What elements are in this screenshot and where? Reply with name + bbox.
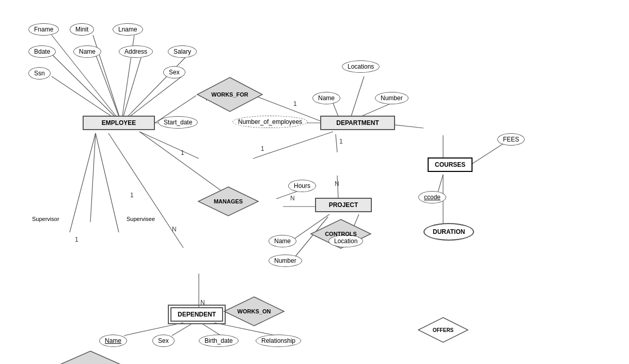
label-supervisee: Supervisee xyxy=(127,216,155,222)
er-diagram: N 1 1 1 M N 1 N 1 N 1 N Fname Minit Lnam… xyxy=(0,0,629,364)
attr-num-employees: Number_of_employees xyxy=(232,116,308,128)
svg-line-19 xyxy=(337,176,338,199)
label-1-dependents: 1 xyxy=(130,192,134,199)
rel-works-on: WORKS_ON xyxy=(223,296,285,327)
attr-ssn: Ssn xyxy=(28,67,51,80)
svg-line-6 xyxy=(121,54,188,123)
attr-duration: DURATION xyxy=(423,223,474,241)
label-n-supervision: N xyxy=(172,226,177,233)
label-n-works-on: N xyxy=(290,195,295,202)
svg-line-16 xyxy=(139,132,199,159)
svg-line-27 xyxy=(70,133,96,232)
svg-line-3 xyxy=(52,54,121,123)
svg-line-26 xyxy=(90,133,96,222)
entity-courses: COURSES xyxy=(428,157,473,172)
rel-offers: OFFERS xyxy=(417,316,469,343)
label-1-manages-emp: 1 xyxy=(181,149,184,156)
svg-line-12 xyxy=(333,103,338,116)
svg-line-33 xyxy=(203,324,221,336)
attr-lname: Lname xyxy=(113,23,143,36)
svg-line-4 xyxy=(96,54,121,123)
entity-department: DEPARTMENT xyxy=(320,116,395,130)
label-1-supervision: 1 xyxy=(75,236,78,243)
attr-name-proj: Name xyxy=(269,235,296,247)
svg-line-28 xyxy=(96,133,119,232)
svg-line-31 xyxy=(124,323,183,336)
attr-name-emp: Name xyxy=(73,45,101,58)
attr-fname: Fname xyxy=(28,23,59,36)
attr-fees: FEES xyxy=(497,133,525,146)
svg-line-37 xyxy=(470,144,504,165)
label-1-works-for: 1 xyxy=(293,100,297,107)
entity-project: PROJECT xyxy=(315,198,372,212)
attr-name-dept: Name xyxy=(312,92,340,104)
rel-manages: MANAGES xyxy=(197,186,259,217)
rel-supervision: SUPERVISION xyxy=(54,350,127,364)
attr-sex: Sex xyxy=(163,66,185,78)
attr-sex-dep: Sex xyxy=(152,335,175,347)
attr-ccode: ccode xyxy=(418,191,446,203)
label-n-controls: N xyxy=(335,180,339,187)
attr-bdate: Bdate xyxy=(28,45,56,58)
entity-dependent: DEPENDENT xyxy=(170,307,223,322)
attr-address: Address xyxy=(119,45,153,58)
label-supervisor: Supervisor xyxy=(32,216,59,222)
attr-relationship-dep: Relationship xyxy=(256,335,301,347)
svg-line-29 xyxy=(108,133,183,248)
attr-salary: Salary xyxy=(168,45,197,58)
attr-name-dep: Name xyxy=(99,335,127,347)
svg-line-13 xyxy=(361,103,391,116)
svg-line-17 xyxy=(253,132,333,159)
attr-start-date: Start_date xyxy=(158,116,198,129)
label-1-controls: 1 xyxy=(339,138,343,145)
svg-line-32 xyxy=(172,324,191,336)
attr-number-dept: Number xyxy=(375,92,408,104)
attr-minit: Minit xyxy=(70,23,94,36)
svg-line-11 xyxy=(351,76,364,116)
label-n-dependents: N xyxy=(200,299,205,306)
svg-line-38 xyxy=(438,175,443,192)
attr-number-proj: Number xyxy=(269,255,302,267)
rel-works-for: WORKS_FOR xyxy=(196,76,263,113)
svg-line-18 xyxy=(336,134,337,152)
attr-locations: Locations xyxy=(342,60,380,73)
entity-employee: EMPLOYEE xyxy=(83,116,155,130)
svg-marker-44 xyxy=(55,351,125,364)
attr-birthdate-dep: Birth_date xyxy=(199,335,239,347)
svg-line-5 xyxy=(121,54,142,123)
label-1-manages-dept: 1 xyxy=(261,145,264,152)
attr-hours: Hours xyxy=(288,180,316,192)
